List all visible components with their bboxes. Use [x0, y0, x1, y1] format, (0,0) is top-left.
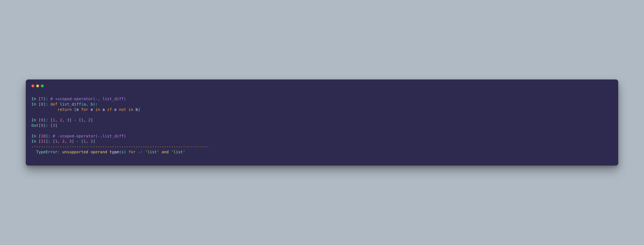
minimize-icon[interactable]	[36, 84, 39, 87]
keyword-for: for	[81, 107, 88, 112]
minus-op: -	[76, 139, 79, 144]
minus-op: -	[74, 118, 76, 122]
line-11: In [11]: [1, 2, 3] - [1, 2]	[32, 139, 96, 144]
in-prompt: In	[32, 118, 38, 122]
close-icon[interactable]	[32, 84, 34, 87]
in-prompt: In	[32, 102, 38, 106]
in-prompt: In	[32, 139, 38, 144]
function-name: list_diff	[60, 102, 81, 106]
window-titlebar	[32, 84, 612, 87]
error-line: TypeError: unsupported operand type(s) f…	[32, 150, 185, 154]
prompt-number: 10	[41, 134, 46, 138]
comment: # +scoped-operator(-, list_diff)	[50, 97, 126, 101]
in-prompt: In	[32, 134, 38, 138]
line-8-body: return [e for e in a if e not in b]	[32, 107, 140, 112]
keyword-def: def	[50, 102, 58, 106]
error-operand: 'list'	[145, 150, 159, 154]
keyword-return: return	[58, 107, 72, 112]
line-10: In [10]: # -scoped-operator(-,list_diff)	[32, 134, 126, 138]
line-7: In [7]: # +scoped-operator(-, list_diff)	[32, 97, 126, 101]
maximize-icon[interactable]	[41, 84, 44, 87]
prompt-number: 9	[41, 123, 43, 128]
error-operand: 'list'	[171, 150, 185, 154]
code-block: In [7]: # +scoped-operator(-, list_diff)…	[32, 91, 612, 160]
keyword-in: in	[128, 107, 133, 112]
out-9: Out[9]: [3]	[32, 123, 58, 128]
prompt-number: 9	[41, 118, 43, 122]
terminal-window: In [7]: # +scoped-operator(-, list_diff)…	[26, 79, 618, 166]
out-prompt: Out	[32, 123, 38, 128]
prompt-number: 8	[41, 102, 43, 106]
traceback-separator: ----------------------------------------…	[32, 144, 209, 149]
prompt-number: 11	[41, 139, 46, 144]
in-prompt: In	[32, 97, 38, 101]
keyword-if: if	[107, 107, 112, 112]
result-value: 3	[53, 123, 55, 128]
line-8: In [8]: def list_diff(a, b):	[32, 102, 98, 106]
line-9: In [9]: [1, 2, 3] - [1, 2]	[32, 118, 93, 122]
comment: # -scoped-operator(-,list_diff)	[53, 134, 126, 138]
error-type: TypeError	[36, 150, 58, 154]
params: (a, b):	[81, 102, 98, 106]
keyword-not: not	[119, 107, 126, 112]
prompt-number: 7	[41, 97, 43, 101]
keyword-in: in	[95, 107, 100, 112]
